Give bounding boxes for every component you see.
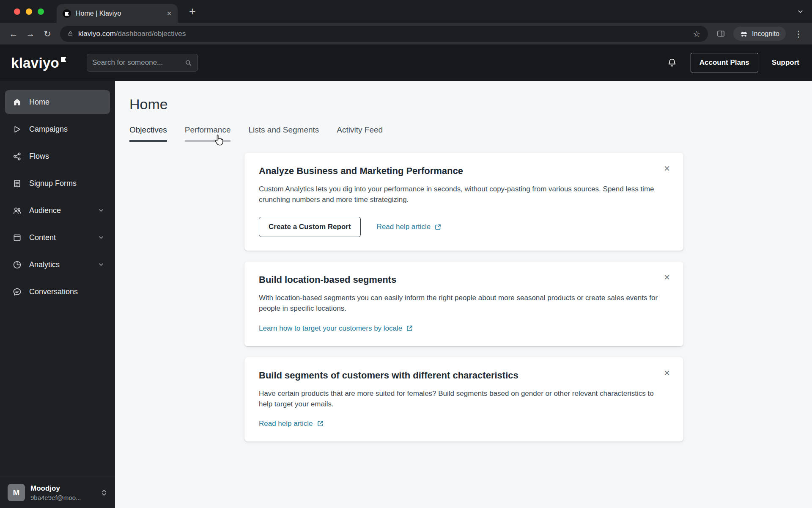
tab-title: Home | Klaviyo [76, 10, 159, 17]
url-text: klaviyo.com/dashboard/objectives [78, 30, 186, 38]
home-icon [12, 97, 22, 107]
sidebar-item-conversations[interactable]: Conversations [5, 280, 110, 304]
link-label: Read help article [377, 223, 431, 231]
main-content: Home Objectives Performance Lists and Se… [115, 81, 812, 508]
card-actions: Read help article [259, 420, 669, 428]
pie-chart-icon [12, 260, 22, 270]
back-button[interactable]: ← [6, 26, 21, 41]
incognito-label: Incognito [752, 30, 779, 38]
klaviyo-logo[interactable]: klaviyo [11, 56, 66, 70]
klaviyo-favicon-icon [63, 9, 71, 18]
card-body: Custom Analytics lets you dig into your … [259, 184, 669, 205]
sidebar-item-content[interactable]: Content [5, 226, 110, 249]
address-bar[interactable]: klaviyo.com/dashboard/objectives ☆ [60, 26, 708, 42]
avatar: M [8, 484, 25, 501]
tab-activity-feed[interactable]: Activity Feed [337, 125, 383, 142]
read-help-article-link[interactable]: Read help article [377, 223, 442, 231]
objective-card-analytics: Analyze Business and Marketing Performan… [244, 153, 683, 251]
external-link-icon [406, 325, 413, 332]
card-title: Build segments of customers with differe… [259, 370, 669, 381]
macos-minimize-button[interactable] [26, 8, 32, 15]
browser-toolbar: ← → ↻ klaviyo.com/dashboard/objectives ☆… [0, 23, 812, 44]
browser-menu-kebab-icon[interactable]: ⋮ [791, 26, 806, 41]
sidebar-item-audience[interactable]: Audience [5, 199, 110, 222]
klaviyo-wordmark: klaviyo [11, 56, 59, 70]
objective-card-location-segments: Build location-based segments × With loc… [244, 262, 683, 346]
search-input[interactable] [92, 58, 181, 67]
incognito-icon [740, 30, 748, 38]
search-icon[interactable] [184, 59, 192, 67]
tab-lists-and-segments[interactable]: Lists and Segments [248, 125, 319, 142]
form-icon [12, 179, 22, 188]
content-icon [12, 233, 22, 243]
url-path: /dashboard/objectives [116, 30, 186, 38]
global-search [87, 54, 198, 72]
close-icon[interactable]: × [661, 162, 673, 175]
card-actions: Learn how to target your customers by lo… [259, 324, 669, 333]
url-domain: klaviyo.com [78, 30, 116, 38]
account-email: 9ba4e9ef@moo... [30, 494, 81, 501]
chevron-down-icon [98, 207, 104, 213]
sidebar-item-label: Flows [29, 152, 49, 161]
chevron-down-icon [98, 235, 104, 240]
close-icon[interactable]: × [661, 271, 673, 284]
account-plans-button[interactable]: Account Plans [691, 53, 758, 72]
macos-window-controls [14, 8, 44, 15]
app-header: klaviyo Account Plans Support [0, 44, 812, 81]
incognito-badge: Incognito [733, 27, 786, 41]
flows-branch-icon [12, 152, 22, 161]
app-body: Home Campaigns Flows Signup Forms [0, 81, 812, 508]
forward-button[interactable]: → [23, 26, 38, 41]
macos-zoom-button[interactable] [38, 8, 44, 15]
browser-tab[interactable]: Home | Klaviyo × [57, 4, 178, 23]
sidebar-item-label: Analytics [29, 260, 60, 269]
link-label: Learn how to target your customers by lo… [259, 324, 402, 333]
tab-performance[interactable]: Performance [185, 125, 231, 142]
account-switcher[interactable]: M Moodjoy 9ba4e9ef@moo... [0, 477, 115, 508]
send-icon [12, 124, 22, 134]
sidebar-item-signup-forms[interactable]: Signup Forms [5, 171, 110, 195]
sidebar: Home Campaigns Flows Signup Forms [0, 81, 115, 508]
target-customers-by-locale-link[interactable]: Learn how to target your customers by lo… [259, 324, 413, 333]
sidebar-item-label: Audience [29, 206, 61, 215]
new-tab-button[interactable]: + [186, 5, 199, 18]
klaviyo-flag-icon [61, 56, 66, 64]
sidebar-item-campaigns[interactable]: Campaigns [5, 117, 110, 141]
up-down-chevron-icon[interactable] [101, 488, 107, 497]
sidebar-item-label: Content [29, 233, 56, 242]
sidebar-item-label: Conversations [29, 287, 78, 296]
notifications-bell-icon[interactable] [667, 58, 677, 68]
external-link-icon [434, 224, 442, 231]
support-link[interactable]: Support [772, 58, 799, 67]
reload-button[interactable]: ↻ [40, 26, 55, 41]
tab-close-icon[interactable]: × [164, 8, 174, 19]
people-icon [12, 206, 22, 215]
sidebar-item-home[interactable]: Home [5, 90, 110, 114]
page-title: Home [129, 96, 812, 113]
objective-cards: Analyze Business and Marketing Performan… [244, 153, 683, 442]
side-panel-icon[interactable] [713, 26, 728, 41]
card-body: Have certain products that are more suit… [259, 388, 669, 409]
read-help-article-link[interactable]: Read help article [259, 420, 324, 428]
page-tabs: Objectives Performance Lists and Segment… [129, 125, 812, 142]
tab-overview-chevron-icon[interactable] [797, 8, 804, 17]
external-link-icon [317, 420, 324, 427]
sidebar-item-flows[interactable]: Flows [5, 144, 110, 168]
site-info-lock-icon[interactable] [67, 30, 74, 37]
macos-close-button[interactable] [14, 8, 20, 15]
sidebar-item-analytics[interactable]: Analytics [5, 253, 110, 276]
header-actions: Account Plans Support [667, 53, 799, 72]
sidebar-item-label: Campaigns [29, 125, 68, 134]
chevron-down-icon [98, 262, 104, 268]
card-title: Build location-based segments [259, 274, 669, 285]
close-icon[interactable]: × [661, 367, 673, 379]
card-actions: Create a Custom Report Read help article [259, 217, 669, 237]
account-meta: Moodjoy 9ba4e9ef@moo... [30, 484, 81, 501]
bookmark-star-icon[interactable]: ☆ [689, 29, 705, 39]
objective-card-characteristic-segments: Build segments of customers with differe… [244, 357, 683, 442]
tab-objectives[interactable]: Objectives [129, 125, 167, 142]
card-body: With location-based segments you can eas… [259, 293, 669, 314]
card-title: Analyze Business and Marketing Performan… [259, 166, 669, 177]
create-custom-report-button[interactable]: Create a Custom Report [259, 217, 361, 237]
sidebar-item-label: Home [29, 98, 49, 107]
